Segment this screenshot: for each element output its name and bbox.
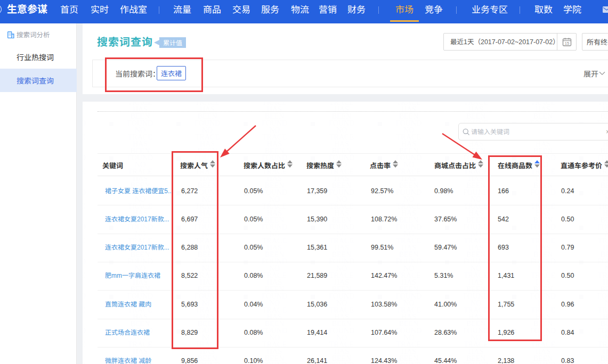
svg-text:15: 15 bbox=[565, 41, 569, 46]
